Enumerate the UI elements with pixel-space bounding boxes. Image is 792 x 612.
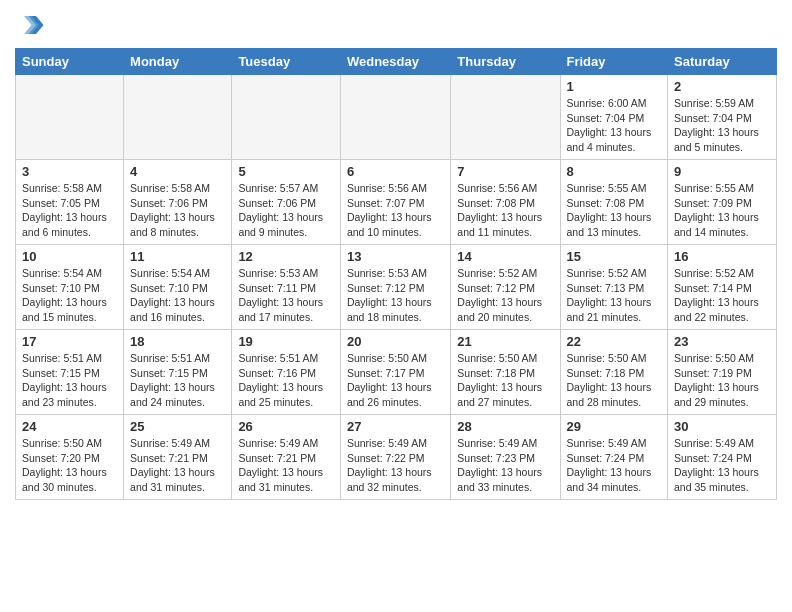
day-number: 7	[457, 164, 553, 179]
calendar-cell: 12Sunrise: 5:53 AM Sunset: 7:11 PM Dayli…	[232, 245, 341, 330]
day-info: Sunrise: 5:59 AM Sunset: 7:04 PM Dayligh…	[674, 96, 770, 155]
day-info: Sunrise: 5:58 AM Sunset: 7:06 PM Dayligh…	[130, 181, 225, 240]
calendar-cell: 16Sunrise: 5:52 AM Sunset: 7:14 PM Dayli…	[668, 245, 777, 330]
day-info: Sunrise: 5:50 AM Sunset: 7:17 PM Dayligh…	[347, 351, 444, 410]
day-info: Sunrise: 5:51 AM Sunset: 7:16 PM Dayligh…	[238, 351, 334, 410]
calendar-cell: 15Sunrise: 5:52 AM Sunset: 7:13 PM Dayli…	[560, 245, 668, 330]
calendar-cell	[451, 75, 560, 160]
day-info: Sunrise: 5:49 AM Sunset: 7:23 PM Dayligh…	[457, 436, 553, 495]
calendar-cell: 18Sunrise: 5:51 AM Sunset: 7:15 PM Dayli…	[124, 330, 232, 415]
calendar-cell: 30Sunrise: 5:49 AM Sunset: 7:24 PM Dayli…	[668, 415, 777, 500]
week-row-3: 10Sunrise: 5:54 AM Sunset: 7:10 PM Dayli…	[16, 245, 777, 330]
day-number: 22	[567, 334, 662, 349]
calendar-cell: 22Sunrise: 5:50 AM Sunset: 7:18 PM Dayli…	[560, 330, 668, 415]
day-info: Sunrise: 5:49 AM Sunset: 7:21 PM Dayligh…	[130, 436, 225, 495]
calendar-body: 1Sunrise: 6:00 AM Sunset: 7:04 PM Daylig…	[16, 75, 777, 500]
day-header-monday: Monday	[124, 49, 232, 75]
calendar-cell: 23Sunrise: 5:50 AM Sunset: 7:19 PM Dayli…	[668, 330, 777, 415]
day-header-friday: Friday	[560, 49, 668, 75]
day-number: 30	[674, 419, 770, 434]
calendar-cell: 7Sunrise: 5:56 AM Sunset: 7:08 PM Daylig…	[451, 160, 560, 245]
logo-icon	[15, 10, 45, 40]
calendar-header: SundayMondayTuesdayWednesdayThursdayFrid…	[16, 49, 777, 75]
calendar-cell: 2Sunrise: 5:59 AM Sunset: 7:04 PM Daylig…	[668, 75, 777, 160]
calendar-cell	[124, 75, 232, 160]
week-row-5: 24Sunrise: 5:50 AM Sunset: 7:20 PM Dayli…	[16, 415, 777, 500]
day-number: 8	[567, 164, 662, 179]
day-info: Sunrise: 6:00 AM Sunset: 7:04 PM Dayligh…	[567, 96, 662, 155]
day-number: 25	[130, 419, 225, 434]
calendar-cell: 27Sunrise: 5:49 AM Sunset: 7:22 PM Dayli…	[340, 415, 450, 500]
day-header-thursday: Thursday	[451, 49, 560, 75]
day-info: Sunrise: 5:49 AM Sunset: 7:24 PM Dayligh…	[674, 436, 770, 495]
day-info: Sunrise: 5:50 AM Sunset: 7:18 PM Dayligh…	[567, 351, 662, 410]
day-info: Sunrise: 5:49 AM Sunset: 7:22 PM Dayligh…	[347, 436, 444, 495]
calendar-cell: 9Sunrise: 5:55 AM Sunset: 7:09 PM Daylig…	[668, 160, 777, 245]
day-info: Sunrise: 5:50 AM Sunset: 7:18 PM Dayligh…	[457, 351, 553, 410]
calendar-cell: 28Sunrise: 5:49 AM Sunset: 7:23 PM Dayli…	[451, 415, 560, 500]
calendar-cell: 5Sunrise: 5:57 AM Sunset: 7:06 PM Daylig…	[232, 160, 341, 245]
calendar-cell: 26Sunrise: 5:49 AM Sunset: 7:21 PM Dayli…	[232, 415, 341, 500]
day-info: Sunrise: 5:56 AM Sunset: 7:07 PM Dayligh…	[347, 181, 444, 240]
calendar-cell	[16, 75, 124, 160]
day-number: 6	[347, 164, 444, 179]
day-number: 11	[130, 249, 225, 264]
calendar-cell: 29Sunrise: 5:49 AM Sunset: 7:24 PM Dayli…	[560, 415, 668, 500]
day-info: Sunrise: 5:58 AM Sunset: 7:05 PM Dayligh…	[22, 181, 117, 240]
day-info: Sunrise: 5:55 AM Sunset: 7:08 PM Dayligh…	[567, 181, 662, 240]
day-number: 20	[347, 334, 444, 349]
page: SundayMondayTuesdayWednesdayThursdayFrid…	[0, 0, 792, 515]
day-number: 1	[567, 79, 662, 94]
day-info: Sunrise: 5:49 AM Sunset: 7:24 PM Dayligh…	[567, 436, 662, 495]
day-info: Sunrise: 5:52 AM Sunset: 7:12 PM Dayligh…	[457, 266, 553, 325]
day-number: 26	[238, 419, 334, 434]
day-info: Sunrise: 5:57 AM Sunset: 7:06 PM Dayligh…	[238, 181, 334, 240]
day-number: 10	[22, 249, 117, 264]
day-header-wednesday: Wednesday	[340, 49, 450, 75]
calendar-cell: 17Sunrise: 5:51 AM Sunset: 7:15 PM Dayli…	[16, 330, 124, 415]
day-number: 14	[457, 249, 553, 264]
calendar-cell	[340, 75, 450, 160]
day-number: 18	[130, 334, 225, 349]
calendar-cell: 10Sunrise: 5:54 AM Sunset: 7:10 PM Dayli…	[16, 245, 124, 330]
day-number: 28	[457, 419, 553, 434]
calendar-cell: 8Sunrise: 5:55 AM Sunset: 7:08 PM Daylig…	[560, 160, 668, 245]
calendar-cell: 3Sunrise: 5:58 AM Sunset: 7:05 PM Daylig…	[16, 160, 124, 245]
day-number: 23	[674, 334, 770, 349]
calendar-cell: 4Sunrise: 5:58 AM Sunset: 7:06 PM Daylig…	[124, 160, 232, 245]
header-row: SundayMondayTuesdayWednesdayThursdayFrid…	[16, 49, 777, 75]
calendar-cell	[232, 75, 341, 160]
calendar-table: SundayMondayTuesdayWednesdayThursdayFrid…	[15, 48, 777, 500]
day-info: Sunrise: 5:55 AM Sunset: 7:09 PM Dayligh…	[674, 181, 770, 240]
day-info: Sunrise: 5:52 AM Sunset: 7:14 PM Dayligh…	[674, 266, 770, 325]
day-info: Sunrise: 5:54 AM Sunset: 7:10 PM Dayligh…	[130, 266, 225, 325]
week-row-2: 3Sunrise: 5:58 AM Sunset: 7:05 PM Daylig…	[16, 160, 777, 245]
day-number: 2	[674, 79, 770, 94]
calendar-cell: 13Sunrise: 5:53 AM Sunset: 7:12 PM Dayli…	[340, 245, 450, 330]
week-row-4: 17Sunrise: 5:51 AM Sunset: 7:15 PM Dayli…	[16, 330, 777, 415]
day-number: 24	[22, 419, 117, 434]
day-number: 9	[674, 164, 770, 179]
calendar-cell: 1Sunrise: 6:00 AM Sunset: 7:04 PM Daylig…	[560, 75, 668, 160]
day-info: Sunrise: 5:50 AM Sunset: 7:20 PM Dayligh…	[22, 436, 117, 495]
day-info: Sunrise: 5:49 AM Sunset: 7:21 PM Dayligh…	[238, 436, 334, 495]
day-number: 21	[457, 334, 553, 349]
calendar-cell: 20Sunrise: 5:50 AM Sunset: 7:17 PM Dayli…	[340, 330, 450, 415]
day-header-sunday: Sunday	[16, 49, 124, 75]
day-number: 5	[238, 164, 334, 179]
header	[15, 10, 777, 40]
day-info: Sunrise: 5:51 AM Sunset: 7:15 PM Dayligh…	[22, 351, 117, 410]
calendar-cell: 11Sunrise: 5:54 AM Sunset: 7:10 PM Dayli…	[124, 245, 232, 330]
day-info: Sunrise: 5:53 AM Sunset: 7:11 PM Dayligh…	[238, 266, 334, 325]
day-number: 12	[238, 249, 334, 264]
day-number: 19	[238, 334, 334, 349]
calendar-cell: 24Sunrise: 5:50 AM Sunset: 7:20 PM Dayli…	[16, 415, 124, 500]
logo	[15, 10, 49, 40]
calendar-cell: 19Sunrise: 5:51 AM Sunset: 7:16 PM Dayli…	[232, 330, 341, 415]
day-number: 4	[130, 164, 225, 179]
day-info: Sunrise: 5:52 AM Sunset: 7:13 PM Dayligh…	[567, 266, 662, 325]
day-header-tuesday: Tuesday	[232, 49, 341, 75]
day-number: 27	[347, 419, 444, 434]
calendar-cell: 21Sunrise: 5:50 AM Sunset: 7:18 PM Dayli…	[451, 330, 560, 415]
day-number: 29	[567, 419, 662, 434]
